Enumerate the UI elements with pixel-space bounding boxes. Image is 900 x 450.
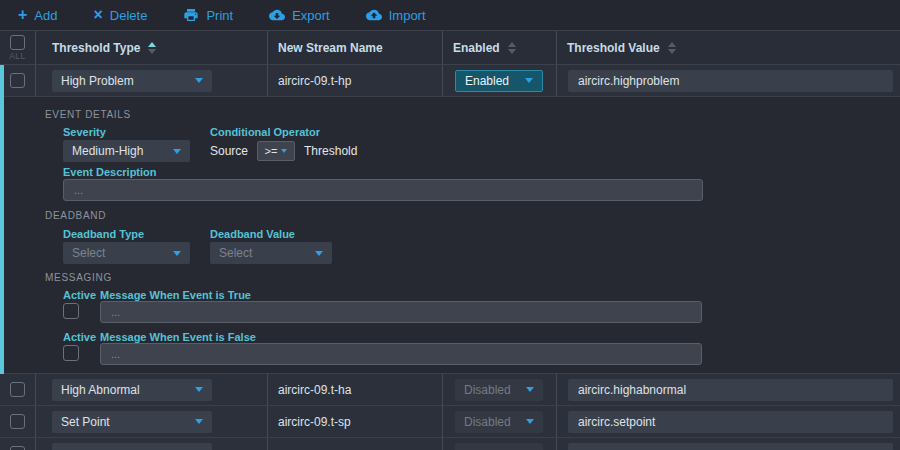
- header-select-all-cell: ALL: [0, 31, 36, 64]
- message-true-active-checkbox[interactable]: [63, 303, 79, 319]
- plus-icon: +: [18, 8, 27, 22]
- active-false-label: Active: [63, 331, 96, 343]
- stream-name-cell: aircirc-09.t-hp: [268, 65, 443, 96]
- header-enabled-label: Enabled: [453, 41, 500, 55]
- table-row-high-problem: High Problem aircirc-09.t-hp Enabled: [0, 65, 900, 97]
- add-button-label: Add: [34, 8, 57, 23]
- add-button[interactable]: + Add: [18, 8, 57, 23]
- threshold-value-cell: [557, 438, 900, 450]
- enabled-dropdown[interactable]: Enabled: [455, 70, 543, 92]
- import-button-label: Import: [389, 8, 426, 23]
- sort-asc-icon: [668, 42, 676, 47]
- conditional-operator-row: Source >= Threshold: [210, 141, 357, 161]
- active-true-label: Active: [63, 289, 96, 301]
- cloud-upload-icon: [366, 7, 382, 23]
- message-false-label: Message When Event is False: [100, 331, 256, 343]
- threshold-type-dropdown[interactable]: [52, 443, 212, 450]
- sort-asc-icon: [508, 42, 516, 47]
- export-button[interactable]: Export: [269, 7, 330, 23]
- source-label: Source: [210, 144, 248, 158]
- threshold-label: Threshold: [304, 144, 357, 158]
- deadband-value-dropdown[interactable]: Select: [210, 242, 332, 264]
- header-threshold-type-label: Threshold Type: [52, 41, 140, 55]
- row-checkbox[interactable]: [10, 382, 25, 397]
- severity-label: Severity: [63, 126, 106, 138]
- threshold-value-input[interactable]: [568, 411, 893, 433]
- sort-desc-icon: [148, 49, 156, 54]
- row-checkbox-cell: [0, 374, 36, 405]
- sort-desc-icon: [668, 49, 676, 54]
- enabled-cell: Enabled: [443, 65, 557, 96]
- chevron-down-icon: [173, 251, 181, 256]
- operator-value: >=: [265, 145, 278, 157]
- enabled-value: Enabled: [465, 74, 509, 88]
- sort-indicator-threshold-type[interactable]: [148, 42, 156, 54]
- threshold-type-dropdown[interactable]: High Abnormal: [52, 379, 212, 401]
- chevron-down-icon: [195, 387, 203, 392]
- header-threshold-value[interactable]: Threshold Value: [557, 31, 900, 64]
- x-icon: ×: [93, 8, 102, 22]
- import-button[interactable]: Import: [366, 7, 426, 23]
- conditional-operator-label: Conditional Operator: [210, 126, 320, 138]
- messaging-section-label: MESSAGING: [45, 272, 112, 283]
- print-button-label: Print: [206, 8, 233, 23]
- message-false-active-checkbox[interactable]: [63, 345, 79, 361]
- enabled-dropdown[interactable]: Disabled: [455, 379, 543, 401]
- selected-row-accent-bar: [0, 65, 4, 374]
- threshold-value-input[interactable]: [568, 70, 893, 92]
- table-header-row: ALL Threshold Type New Stream Name Enabl…: [0, 31, 900, 65]
- row-checkbox[interactable]: [10, 446, 25, 450]
- stream-name-cell: [268, 438, 443, 450]
- print-button[interactable]: Print: [183, 7, 233, 23]
- event-details-section-label: EVENT DETAILS: [45, 109, 131, 120]
- header-threshold-value-label: Threshold Value: [567, 41, 660, 55]
- enabled-dropdown[interactable]: Disabled: [455, 411, 543, 433]
- header-threshold-type[interactable]: Threshold Type: [36, 31, 268, 64]
- select-all-checkbox[interactable]: [10, 35, 25, 50]
- threshold-type-dropdown[interactable]: Set Point: [52, 411, 212, 433]
- sort-indicator-threshold-value[interactable]: [668, 42, 676, 54]
- deadband-value-label: Deadband Value: [210, 228, 295, 240]
- stream-name-value: aircirc-09.t-ha: [278, 383, 351, 397]
- message-false-input[interactable]: [100, 343, 702, 365]
- threshold-type-dropdown[interactable]: High Problem: [52, 70, 212, 92]
- chevron-down-icon: [195, 78, 203, 83]
- sort-indicator-enabled[interactable]: [508, 42, 516, 54]
- threshold-type-cell: Set Point: [36, 406, 268, 437]
- chevron-down-icon: [281, 149, 287, 153]
- threshold-editor-page: { "toolbar": { "add_label": "Add", "dele…: [0, 0, 900, 450]
- stream-name-value: aircirc-09.t-hp: [278, 74, 351, 88]
- header-enabled[interactable]: Enabled: [443, 31, 557, 64]
- thresholds-table: ALL Threshold Type New Stream Name Enabl…: [0, 31, 900, 450]
- enabled-cell: [443, 438, 557, 450]
- stream-name-cell: aircirc-09.t-ha: [268, 374, 443, 405]
- row-checkbox-cell: [0, 65, 36, 96]
- export-button-label: Export: [292, 8, 330, 23]
- deadband-type-dropdown[interactable]: Select: [63, 242, 190, 264]
- chevron-down-icon: [195, 419, 203, 424]
- chevron-down-icon: [526, 419, 534, 424]
- message-true-input[interactable]: [100, 301, 702, 323]
- threshold-type-cell: High Abnormal: [36, 374, 268, 405]
- row-checkbox[interactable]: [10, 73, 25, 88]
- header-new-stream-name[interactable]: New Stream Name: [268, 31, 443, 64]
- event-description-label: Event Description: [63, 166, 157, 178]
- operator-dropdown[interactable]: >=: [257, 141, 295, 161]
- severity-dropdown[interactable]: Medium-High: [63, 140, 190, 162]
- threshold-value-cell: [557, 65, 900, 96]
- row-checkbox[interactable]: [10, 414, 25, 429]
- toolbar: + Add × Delete Print Export Import: [0, 0, 900, 31]
- threshold-type-cell: High Problem: [36, 65, 268, 96]
- threshold-type-value: Set Point: [61, 415, 110, 429]
- stream-name-value: aircirc-09.t-sp: [278, 415, 351, 429]
- enabled-dropdown[interactable]: [455, 443, 543, 450]
- enabled-cell: Disabled: [443, 406, 557, 437]
- event-description-input[interactable]: [63, 179, 703, 201]
- enabled-value: Disabled: [464, 415, 511, 429]
- chevron-down-icon: [173, 149, 181, 154]
- printer-icon: [183, 7, 199, 23]
- delete-button[interactable]: × Delete: [93, 8, 147, 23]
- threshold-value-input[interactable]: [568, 443, 893, 450]
- threshold-value-input[interactable]: [568, 379, 893, 401]
- threshold-value-cell: [557, 374, 900, 405]
